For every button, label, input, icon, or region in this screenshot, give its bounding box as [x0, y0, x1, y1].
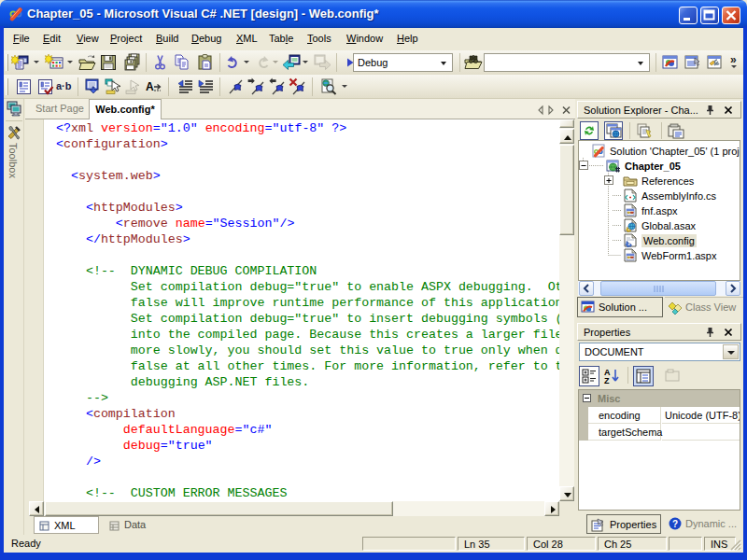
svg-text:?: ? — [672, 519, 678, 529]
svg-text:Z: Z — [604, 376, 610, 385]
svg-text:A: A — [146, 80, 154, 93]
